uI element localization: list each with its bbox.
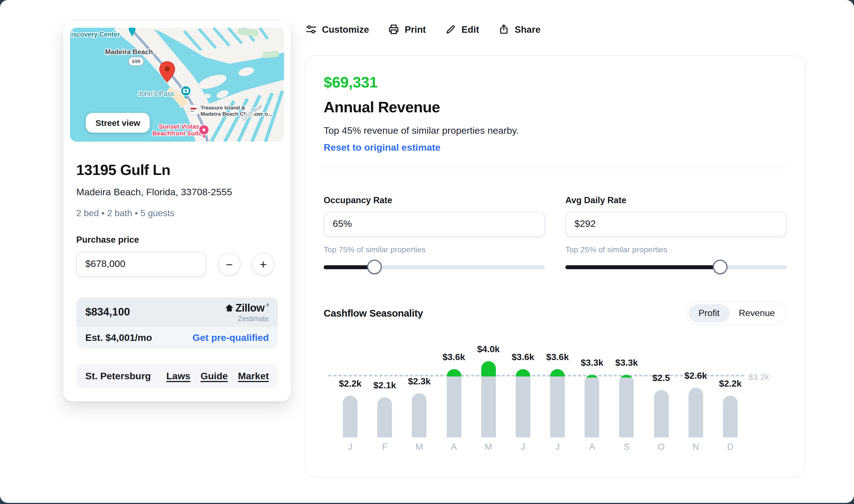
chart-month-label: A — [451, 442, 457, 452]
seasonality-header: Cashflow Seasonality Profit Revenue — [324, 301, 787, 325]
map-label-sunset-2: Beachfront Suites — [153, 130, 206, 137]
toolbar: Customize Print Edit — [306, 24, 541, 35]
map-label-discovery: iscovery Center — [71, 31, 120, 38]
chart-bar-value-label: $3.6k — [442, 352, 465, 362]
adr-hint: Top 25% of similar properties — [565, 245, 787, 254]
chart-bar-value-label: $2.3k — [408, 377, 431, 387]
chart-month-label: O — [658, 442, 665, 452]
print-icon — [388, 24, 400, 35]
map-label-chamber-1: Treasure Island & — [201, 105, 245, 111]
chart-month-label: D — [727, 442, 733, 452]
chart-bar-value-label: $4.0k — [477, 344, 500, 355]
reset-estimate-link[interactable]: Reset to original estimate — [324, 142, 440, 154]
print-button[interactable]: Print — [388, 24, 426, 35]
chart-month-label: A — [589, 442, 595, 452]
street-view-button[interactable]: Street view — [86, 113, 150, 133]
map-route-shield: 699 — [129, 57, 143, 66]
chart-bar-M-2 — [412, 394, 427, 437]
decrease-price-button[interactable]: − — [218, 253, 241, 275]
adr-slider-track[interactable] — [565, 265, 787, 269]
svg-text:699: 699 — [132, 59, 140, 64]
print-label: Print — [405, 24, 426, 35]
avg-daily-rate-label: Avg Daily Rate — [565, 195, 787, 206]
increase-price-button[interactable]: + — [252, 253, 275, 275]
purchase-price-row: − + — [76, 252, 278, 276]
market-link-guide[interactable]: Guide — [201, 371, 228, 382]
chart-bar-value-label: $3.3k — [581, 358, 603, 368]
map-pin-chamber — [189, 105, 198, 114]
adr-slider[interactable] — [565, 259, 787, 274]
cashflow-chart: $3.2k$2.2k$2.1k$2.3k$3.6k$4.0k$3.6k$3.6k… — [324, 341, 787, 454]
chart-bar-J-0 — [343, 396, 358, 438]
map-label-johns-pass: John's Pass — [138, 90, 174, 97]
chart-bar-J-5 — [516, 369, 530, 437]
zestimate-label: Zestimate — [225, 314, 269, 323]
monthly-estimate: Est. $4,001/mo — [85, 332, 152, 343]
chart-month-label: M — [415, 442, 423, 452]
chart-plot: $3.2k$2.2k$2.1k$2.3k$3.6k$4.0k$3.6k$3.6k… — [324, 341, 788, 437]
toggle-revenue[interactable]: Revenue — [730, 304, 784, 322]
chart-bar-value-label: $2.2k — [339, 379, 362, 389]
purchase-price-input[interactable] — [76, 252, 206, 276]
seasonality-title: Cashflow Seasonality — [324, 307, 423, 319]
chart-bar-value-label: $2.5 — [652, 373, 670, 383]
adr-column: Avg Daily Rate Top 25% of similar proper… — [565, 195, 787, 274]
profit-revenue-toggle: Profit Revenue — [685, 301, 787, 325]
market-link-laws[interactable]: Laws — [166, 371, 190, 382]
customize-button[interactable]: Customize — [306, 24, 369, 35]
occupancy-slider-thumb[interactable] — [367, 259, 382, 274]
chart-bar-S-8 — [619, 375, 634, 437]
market-link-market[interactable]: Market — [238, 371, 269, 382]
customize-sliders-icon — [306, 24, 317, 35]
chart-bar-value-label: $3.3k — [615, 358, 638, 368]
edit-button[interactable]: Edit — [445, 24, 479, 35]
section-divider — [324, 168, 787, 168]
chart-month-label: M — [485, 442, 492, 452]
chart-month-label: F — [382, 442, 388, 452]
market-links: LawsGuideMarket — [166, 371, 269, 382]
avg-daily-rate-input[interactable] — [565, 212, 787, 236]
chart-month-label: S — [624, 442, 629, 452]
app-window: iscovery Center Madeira Beach 699 John's… — [0, 0, 854, 504]
reference-line-label: $3.2k — [748, 372, 769, 381]
get-prequalified-link[interactable]: Get pre-qualified — [193, 332, 269, 343]
address-city-line: Madeira Beach, Florida, 33708-2555 — [76, 186, 278, 199]
market-city: St. Petersburg — [85, 371, 151, 382]
map-label-chamber-2: Madeira Beach Chamber o... — [201, 111, 272, 117]
occupancy-rate-input[interactable] — [324, 212, 545, 236]
chart-bar-value-label: $3.6k — [546, 352, 569, 362]
zillow-wordmark: Zillow — [236, 302, 265, 314]
adr-slider-thumb[interactable] — [713, 259, 728, 274]
occupancy-slider[interactable] — [324, 259, 545, 274]
revenue-panel: $69,331 Annual Revenue Top 45% revenue o… — [305, 55, 805, 478]
map[interactable]: iscovery Center Madeira Beach 699 John's… — [70, 28, 284, 142]
chart-month-label: J — [348, 442, 352, 452]
share-label: Share — [515, 24, 541, 35]
chart-bar-value-label: $3.6k — [512, 352, 534, 362]
customize-label: Customize — [322, 24, 369, 35]
occupancy-slider-track[interactable] — [324, 265, 545, 269]
chart-month-label: J — [555, 442, 560, 452]
map-label-madeira: Madeira Beach — [105, 48, 153, 56]
chart-bar-value-label: $2.2k — [719, 379, 742, 389]
revenue-subtitle: Top 45% revenue of similar properties ne… — [324, 125, 787, 137]
occupancy-rate-label: Occupancy Rate — [324, 195, 545, 206]
map-label-sunset-1: Sunset Vistas — [159, 123, 199, 130]
chart-bar-D-11 — [723, 396, 738, 438]
purchase-price-label: Purchase price — [76, 234, 278, 245]
chart-bar-N-10 — [689, 388, 703, 438]
chart-month-label: J — [521, 442, 525, 452]
share-button[interactable]: Share — [498, 24, 541, 35]
address-title: 13195 Gulf Ln — [76, 161, 278, 179]
rate-fields: Occupancy Rate Top 75% of similar proper… — [324, 195, 787, 274]
toggle-profit[interactable]: Profit — [688, 304, 730, 322]
adr-slider-fill — [565, 265, 720, 269]
chart-bar-above-line-segment — [516, 369, 530, 376]
chart-bar-A-3 — [447, 369, 461, 437]
occupancy-slider-fill — [324, 265, 374, 269]
zillow-house-icon — [225, 303, 234, 312]
chart-bar-above-line-segment — [447, 369, 461, 376]
market-bar: St. Petersburg LawsGuideMarket — [76, 364, 278, 388]
edit-label: Edit — [461, 24, 479, 35]
occupancy-column: Occupancy Rate Top 75% of similar proper… — [324, 195, 545, 274]
